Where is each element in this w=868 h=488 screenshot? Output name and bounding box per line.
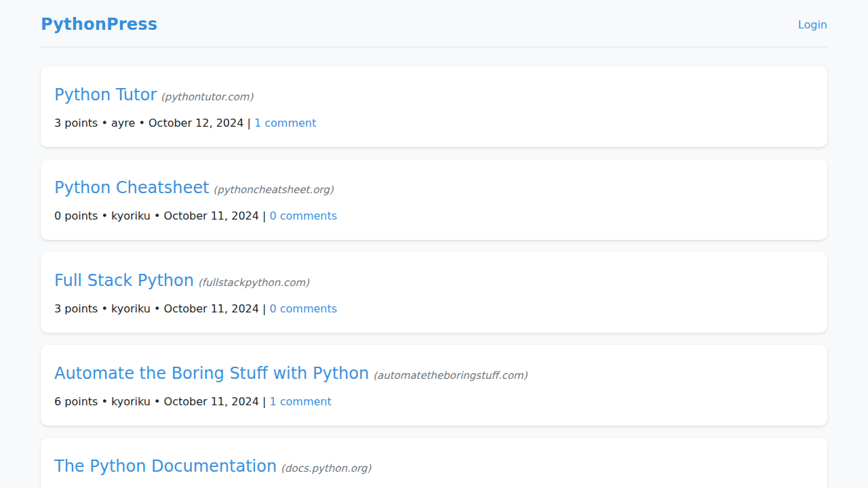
- post-date: October 11, 2024: [164, 302, 259, 315]
- post-card: Full Stack Python(fullstackpython.com) 3…: [41, 252, 827, 333]
- post-domain: (pythoncheatsheet.org): [213, 184, 333, 196]
- post-meta: 3 points • ayre • October 12, 2024 | 1 c…: [54, 116, 814, 131]
- post-points: 0 points: [54, 209, 98, 222]
- bullet-separator: •: [102, 209, 108, 222]
- post-meta: 3 points • kyoriku • October 11, 2024 | …: [54, 302, 814, 317]
- post-points: 6 points: [54, 395, 98, 408]
- post-title-line: The Python Documentation(docs.python.org…: [54, 456, 814, 479]
- post-date: October 11, 2024: [164, 395, 259, 408]
- post-domain: (docs.python.org): [281, 462, 371, 474]
- post-date: October 12, 2024: [149, 117, 243, 129]
- post-card: Python Cheatsheet(pythoncheatsheet.org) …: [41, 159, 827, 240]
- post-list: Python Tutor(pythontutor.com) 3 points •…: [41, 66, 827, 488]
- post-title-link[interactable]: Python Cheatsheet: [54, 178, 209, 197]
- post-domain: (pythontutor.com): [161, 91, 253, 103]
- bullet-separator: •: [102, 395, 108, 408]
- post-title-line: Automate the Boring Stuff with Python(au…: [54, 363, 814, 386]
- app-header: PythonPress Login: [41, 0, 827, 47]
- bullet-separator: •: [154, 209, 160, 222]
- bullet-separator: •: [154, 395, 160, 408]
- post-domain: (automatetheboringstuff.com): [373, 369, 527, 382]
- post-comments-link[interactable]: 0 comments: [270, 209, 338, 222]
- pipe-separator: |: [262, 209, 266, 222]
- page-container: PythonPress Login Python Tutor(pythontut…: [41, 0, 827, 488]
- post-comments-link[interactable]: 1 comment: [254, 117, 316, 129]
- post-title-link[interactable]: Full Stack Python: [54, 271, 194, 290]
- pipe-separator: |: [247, 117, 250, 129]
- post-meta: 6 points • kyoriku • October 11, 2024 | …: [54, 394, 814, 409]
- bullet-separator: •: [102, 302, 108, 315]
- post-card: Automate the Boring Stuff with Python(au…: [41, 345, 827, 426]
- post-points: 3 points: [54, 302, 98, 315]
- post-title-line: Python Tutor(pythontutor.com): [54, 85, 814, 107]
- post-title-link[interactable]: The Python Documentation: [54, 457, 277, 476]
- post-points: 3 points: [54, 117, 98, 129]
- post-date: October 11, 2024: [164, 209, 259, 222]
- login-link[interactable]: Login: [798, 18, 827, 31]
- bullet-separator: •: [154, 302, 160, 315]
- post-domain: (fullstackpython.com): [198, 277, 309, 289]
- post-meta: 0 points • kyoriku • October 11, 2024 | …: [54, 209, 814, 224]
- post-title-line: Python Cheatsheet(pythoncheatsheet.org): [54, 178, 814, 200]
- bullet-separator: •: [138, 117, 144, 129]
- pipe-separator: |: [262, 302, 266, 315]
- post-title-line: Full Stack Python(fullstackpython.com): [54, 270, 814, 293]
- pipe-separator: |: [262, 395, 266, 408]
- brand-logo[interactable]: PythonPress: [41, 15, 157, 34]
- post-card: The Python Documentation(docs.python.org…: [41, 438, 827, 488]
- post-card: Python Tutor(pythontutor.com) 3 points •…: [41, 66, 827, 147]
- post-comments-link[interactable]: 1 comment: [270, 395, 332, 408]
- post-title-link[interactable]: Automate the Boring Stuff with Python: [54, 364, 369, 383]
- post-comments-link[interactable]: 0 comments: [270, 302, 338, 315]
- post-author: kyoriku: [111, 302, 151, 315]
- post-author: kyoriku: [111, 209, 151, 222]
- bullet-separator: •: [102, 117, 108, 129]
- post-author: kyoriku: [111, 395, 151, 408]
- post-title-link[interactable]: Python Tutor: [54, 85, 157, 104]
- post-author: ayre: [111, 117, 135, 129]
